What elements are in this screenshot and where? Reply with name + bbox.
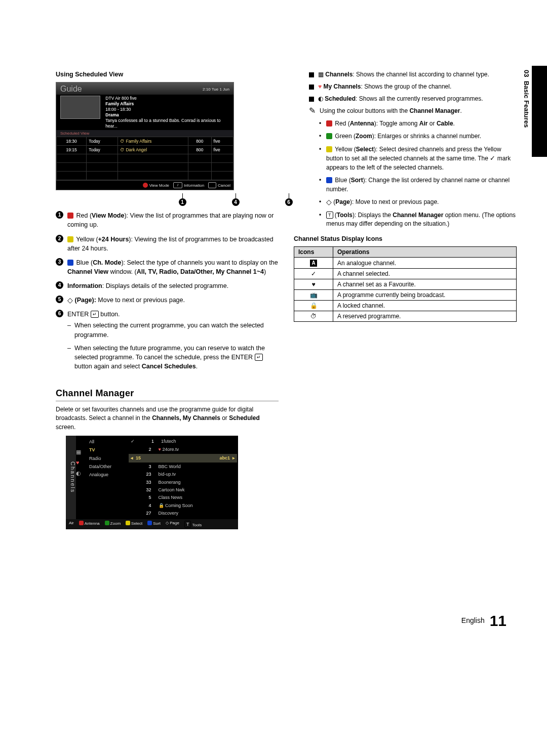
list-item: Green (Zoom): Enlarges or shrinks a chan… (319, 132, 517, 141)
table-row: ✓A channel selected. (294, 269, 517, 279)
list-item: 2♥ 24ore.tv (131, 446, 235, 453)
information-key: iInformation (173, 182, 204, 188)
red-colour-icon (326, 120, 332, 127)
yellow-key-icon (126, 521, 130, 525)
list-item: ◇ (Page): Move to next or previous page. (319, 198, 517, 206)
list-item: 2 Yellow (+24 Hours): Viewing the list o… (56, 235, 279, 253)
list-item: 3 Blue (Ch. Mode): Select the type of ch… (56, 258, 279, 276)
list-item: Yellow (Select): Select desired channels… (319, 145, 517, 173)
channel-manager-intro: Delete or set favourites channels and us… (56, 405, 279, 432)
list-item: 33Boonerang (131, 479, 235, 486)
table-row: 🔒A locked channel. (294, 301, 517, 311)
list-item: 27Discovery (131, 510, 235, 517)
green-colour-icon (326, 133, 332, 139)
chapter-title: Basic Features (523, 81, 530, 128)
left-column: Using Scheduled View Guide 2:10 Tue 1 Ju… (56, 71, 279, 529)
enter-key-icon: ↵ (91, 311, 99, 318)
blue-colour-icon (67, 260, 73, 266)
callout-6: 6 (285, 198, 293, 206)
channels-icon: ▦ (318, 71, 324, 78)
highlighted-channel: ◂ 15 abc1 ▸ (129, 454, 237, 463)
square-bullet-icon (309, 85, 314, 90)
guide-channel-line: DTV Air 800 five (105, 96, 229, 101)
guide-scheduled-row: Scheduled View (56, 130, 233, 137)
list-item: ◐ Scheduled: Shows all the currently res… (309, 95, 517, 102)
page-updown-icon: ◇ (326, 199, 332, 204)
list-item: Red (Antenna): Toggle among Air or Cable… (319, 119, 517, 128)
table-row: ⏱A reserved programme. (294, 311, 517, 322)
channel-manager-heading: Channel Manager (56, 388, 279, 399)
red-colour-icon (67, 213, 73, 219)
callout-4: 4 (232, 198, 240, 206)
table-row: ♥A channel set as a Favourite. (294, 279, 517, 290)
footer-lang: English (461, 616, 485, 624)
guide-time: 18:00 - 18:30 (105, 107, 229, 112)
chmgr-footer: Air Antenna Zoom Select Sort ◇ Page T To… (66, 519, 238, 529)
icons-table-heading: Channel Status Display Icons (294, 235, 517, 242)
analogue-icon: A (310, 260, 317, 267)
view-mode-key: View Mode (143, 182, 169, 188)
guide-footer: View Mode iInformation Cancel (56, 180, 233, 190)
broadcast-icon: 📺 (310, 291, 318, 299)
note-item: ✎ Using the colour buttons with the Chan… (309, 107, 517, 114)
list-item: 23bid-up.tv (131, 471, 235, 478)
guide-title: Guide (60, 85, 82, 94)
guide-programme: Family Affairs (105, 101, 134, 106)
section-tab-bar (532, 66, 547, 157)
heart-icon: ♥ (76, 457, 86, 468)
guide-genre: Drama (105, 112, 119, 117)
yellow-colour-icon (67, 236, 73, 242)
red-key-icon (79, 521, 84, 525)
yellow-colour-icon (326, 146, 332, 152)
cancel-key: Cancel (208, 182, 230, 188)
lock-icon: 🔒 (310, 302, 318, 309)
note-hand-icon: ✎ (309, 107, 316, 114)
return-key-icon (208, 182, 216, 188)
chapter-number: 03 (523, 70, 530, 77)
list-item: 3BBC World (131, 463, 235, 471)
chmgr-cat-icons: ▦ ♥ ◐ (76, 436, 86, 519)
page-updown-icon: ◇ (67, 298, 73, 303)
guide-screenshot: Guide 2:10 Tue 1 Jun DTV Air 800 five Fa… (56, 82, 234, 190)
chmgr-categories: All TV Radio Data/Other Analogue (86, 436, 128, 519)
lock-icon: 🔒 (159, 503, 164, 508)
page-footer: English 11 (461, 612, 506, 629)
scheduled-icon: ◐ (318, 95, 323, 102)
list-item: 6 ENTER ↵ button. When selecting the cur… (56, 310, 279, 375)
square-bullet-icon (309, 97, 314, 102)
list-item: ▦ Channels: Shows the channel list accor… (309, 71, 517, 78)
reserved-icon: ⏱ (310, 313, 317, 320)
guide-clock: 2:10 Tue 1 Jun (203, 87, 229, 92)
guide-synopsis: Tanya confesses all to a stunned Babs. C… (105, 118, 229, 129)
guide-header: Guide 2:10 Tue 1 Jun (56, 82, 233, 95)
scheduled-cat-icon: ◐ (76, 468, 86, 479)
note-list: ✎ Using the colour buttons with the Chan… (309, 107, 517, 114)
info-key-icon: i (173, 182, 182, 188)
scheduled-view-heading: Using Scheduled View (56, 71, 279, 78)
tools-key-icon: T (326, 212, 333, 219)
red-key-icon (143, 183, 148, 188)
manual-page: 03 Basic Features Using Scheduled View G… (0, 0, 547, 756)
list-item: 4 Information: Displays details of the s… (56, 281, 279, 290)
list-item: ♥ My Channels: Shows the group of the ch… (309, 83, 517, 90)
sub-item: When selecting the current programme, yo… (67, 321, 279, 339)
table-row: 📺A programme currently being broadcast. (294, 290, 517, 301)
guide-thumbnail (60, 96, 100, 119)
colour-buttons-list: Red (Antenna): Toggle among Air or Cable… (309, 119, 517, 228)
channel-mgr-tabs-list: ▦ Channels: Shows the channel list accor… (309, 71, 517, 102)
list-item: T (Tools): Displays the Channel Manager … (319, 211, 517, 229)
chmgr-side-label: Channels (66, 436, 76, 519)
section-tab-label: 03 Basic Features (523, 70, 530, 128)
blue-colour-icon (326, 177, 332, 183)
section-rule (56, 401, 279, 401)
list-item: ✓11futech (131, 438, 235, 445)
chmgr-channel-list: ✓11futech 2♥ 24ore.tv ◂ 15 abc1 ▸ 3BBC W… (128, 436, 238, 519)
icons-col-header: Icons (294, 247, 333, 258)
green-key-icon (105, 521, 109, 525)
table-row: 19:15 Today ⏱ Dark Angel 800 five (57, 146, 233, 154)
blue-key-icon (147, 521, 152, 525)
enter-key-icon: ↵ (255, 354, 263, 361)
table-row: AAn analogue channel. (294, 258, 517, 269)
check-icon: ✓ (311, 270, 316, 277)
check-icon: ✓ (490, 154, 495, 162)
